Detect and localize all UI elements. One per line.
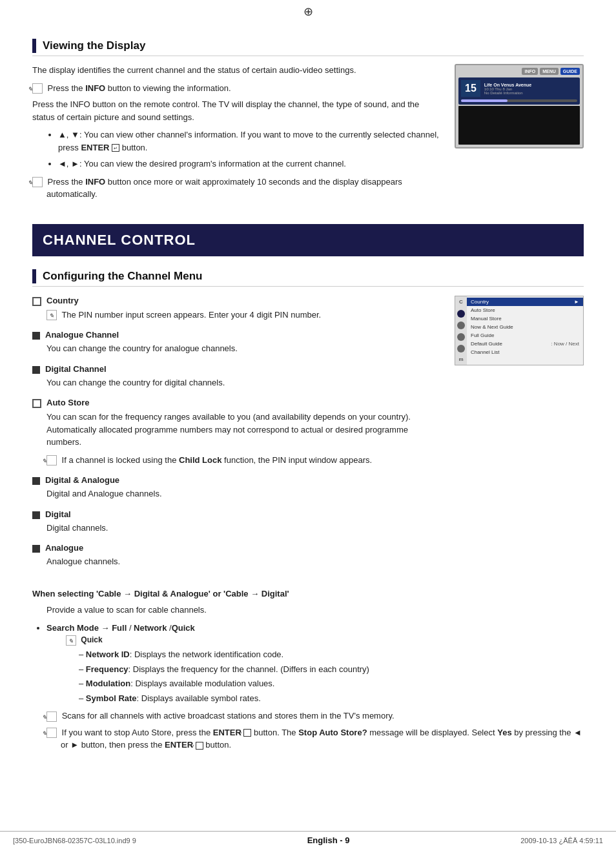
configuring-heading: Configuring the Channel Menu	[32, 269, 584, 287]
analogue-channel-body: You can change the country for analogue …	[46, 342, 442, 355]
side-icon-2	[457, 322, 465, 329]
menu-item-country-arrow: ►	[574, 299, 579, 305]
side-icon-1	[457, 310, 465, 318]
osd-mockup-col: INFO MENU GUIDE 15 Life On Venus Avenue …	[455, 64, 584, 148]
scan-note-text: Scans for all channels with active broad…	[62, 711, 395, 721]
menu-item-manual-store-label: Manual Store	[471, 316, 502, 322]
menu-mockup-col: C m Country ► Auto Sto	[455, 296, 584, 365]
channel-menu-text: Country ✎ The PIN number input screen ap…	[32, 296, 442, 577]
analogue-channel-square	[32, 332, 40, 340]
menu-item-full-guide[interactable]: Full Guide	[467, 331, 583, 340]
menu-item-auto-store[interactable]: Auto Store	[467, 306, 583, 314]
menu-item-manual-store[interactable]: Manual Store	[467, 314, 583, 323]
footer-left: [350-EuroJBN68-02357C-03L10.ind9 9	[13, 837, 136, 844]
analogue-subsection: Analogue Analogue channels.	[32, 543, 442, 568]
digital-channel-square	[32, 366, 40, 374]
side-icon-4	[457, 345, 465, 353]
guide-button: GUIDE	[560, 68, 580, 75]
menu-sidebar: C m Country ► Auto Sto	[455, 296, 583, 365]
stop-note: ✎ If you want to stop Auto Store, press …	[46, 726, 584, 752]
country-subsection: Country ✎ The PIN number input screen ap…	[32, 296, 442, 322]
menu-item-country-label: Country	[471, 299, 489, 305]
digital-analogue-subsection: Digital & Analogue Digital and Analogue …	[32, 475, 442, 500]
cable-intro: Provide a value to scan for cable channe…	[46, 604, 584, 617]
crosshair-top: ⊕	[302, 5, 314, 18]
viewing-display-text: The display identifies the current chann…	[32, 64, 442, 205]
digital-channel-title-row: Digital Channel	[32, 364, 442, 374]
auto-store-para: You can scan for the frequency ranges av…	[46, 411, 442, 449]
viewing-display-title: Viewing the Display	[43, 39, 145, 52]
menu-item-channel-list[interactable]: Channel List	[467, 348, 583, 356]
auto-store-checkbox	[32, 399, 41, 408]
bullet-2: ◄, ►: You can view the desired program's…	[58, 158, 442, 170]
cable-section: When selecting 'Cable → Digital & Analog…	[32, 588, 584, 752]
side-icon-3	[457, 333, 465, 341]
country-checkbox	[32, 297, 41, 306]
digital-title-row: Digital	[32, 509, 442, 519]
digital-channel-body: You can change the country for digital c…	[46, 376, 442, 389]
auto-store-title-row: Auto Store	[32, 398, 442, 408]
tv-screen	[458, 106, 580, 145]
channel-control-banner: CHANNEL CONTROL	[32, 224, 584, 256]
digital-body: Digital channels.	[46, 522, 442, 535]
menu-item-default-guide[interactable]: Default Guide : Now / Next	[467, 340, 583, 348]
cable-section-title: When selecting 'Cable → Digital & Analog…	[32, 588, 584, 600]
auto-store-note: ✎ If a channel is locked using the Child…	[46, 454, 442, 467]
scan-note-icon: ✎	[46, 711, 57, 722]
heading-blue-bar-2	[32, 269, 36, 283]
page-wrapper: ⊕ Viewing the Display The display identi…	[0, 0, 616, 849]
menu-button: MENU	[540, 68, 559, 75]
viewing-display-heading: Viewing the Display	[32, 39, 584, 56]
channel-menu-content: Country ✎ The PIN number input screen ap…	[32, 296, 584, 577]
menu-item-default-guide-value: : Now / Next	[551, 341, 579, 347]
country-note-icon: ✎	[46, 310, 57, 320]
quick-note-icon: ✎	[66, 635, 76, 646]
bullet-1: ▲, ▼: You can view other channel's infor…	[58, 128, 442, 154]
auto-store-body: You can scan for the frequency ranges av…	[46, 411, 442, 466]
analogue-body: Analogue channels.	[46, 555, 442, 568]
digital-title: Digital	[45, 509, 71, 519]
heading-blue-bar	[32, 39, 36, 53]
menu-item-now-next-guide[interactable]: Now & Next Guide	[467, 323, 583, 331]
scan-note: ✎ Scans for all channels with active bro…	[46, 710, 584, 722]
quick-note: ✎ Quick	[66, 634, 584, 646]
analogue-title-row: Analogue	[32, 543, 442, 553]
country-note: ✎ The PIN number input screen appears. E…	[46, 309, 442, 322]
search-mode-list: Search Mode → Full / Network /Quick ✎ Qu…	[46, 622, 584, 705]
no-detail-info: No Detailé Information	[484, 91, 577, 95]
analogue-square	[32, 545, 40, 553]
menu-item-country[interactable]: Country ►	[467, 298, 583, 306]
progress-bar	[461, 99, 508, 102]
digital-analogue-title: Digital & Analogue	[45, 475, 119, 485]
info-button: INFO	[522, 68, 538, 75]
menu-item-channel-list-label: Channel List	[471, 349, 499, 355]
auto-store-note-icon: ✎	[46, 455, 57, 465]
digital-analogue-body: Digital and Analogue channels.	[46, 487, 442, 500]
modulation-item: Modulation: Displays available modulatio…	[79, 677, 584, 690]
channel-number: 15	[461, 80, 480, 97]
stop-note-icon: ✎	[46, 728, 57, 738]
viewing-bullets: ▲, ▼: You can view other channel's infor…	[45, 128, 442, 170]
channel-menu-mockup: C m Country ► Auto Sto	[455, 296, 584, 365]
digital-analogue-square	[32, 477, 40, 485]
menu-item-full-guide-label: Full Guide	[471, 332, 494, 338]
menu-item-auto-store-label: Auto Store	[471, 307, 495, 313]
viewing-note2: ✎ Press the INFO button once more or wai…	[32, 176, 442, 201]
viewing-note1: ✎ Press the INFO button to viewing the i…	[32, 82, 442, 95]
frequency-item: Frequency: Displays the frequency for th…	[79, 663, 584, 676]
side-m: m	[458, 356, 463, 362]
country-note-text: The PIN number input screen appears. Ent…	[61, 310, 321, 320]
footer-center: English - 9	[307, 835, 350, 845]
menu-item-now-next-label: Now & Next Guide	[471, 324, 513, 330]
analogue-channel-title: Analogue Channel	[45, 330, 119, 340]
search-mode-item: Search Mode → Full / Network /Quick ✎ Qu…	[46, 622, 584, 705]
viewing-display-section: Viewing the Display The display identifi…	[32, 39, 584, 205]
viewing-para2: Press the INFO button on the remote cont…	[32, 98, 442, 123]
digital-analogue-title-row: Digital & Analogue	[32, 475, 442, 485]
analogue-channel-title-row: Analogue Channel	[32, 330, 442, 340]
side-c: C	[459, 299, 463, 305]
country-title-row: Country	[32, 296, 442, 306]
note-icon-2: ✎	[32, 177, 43, 187]
network-id-item: Network ID: Displays the network identif…	[79, 648, 584, 661]
symbol-rate-item: Symbol Rate: Displays available symbol r…	[79, 692, 584, 705]
